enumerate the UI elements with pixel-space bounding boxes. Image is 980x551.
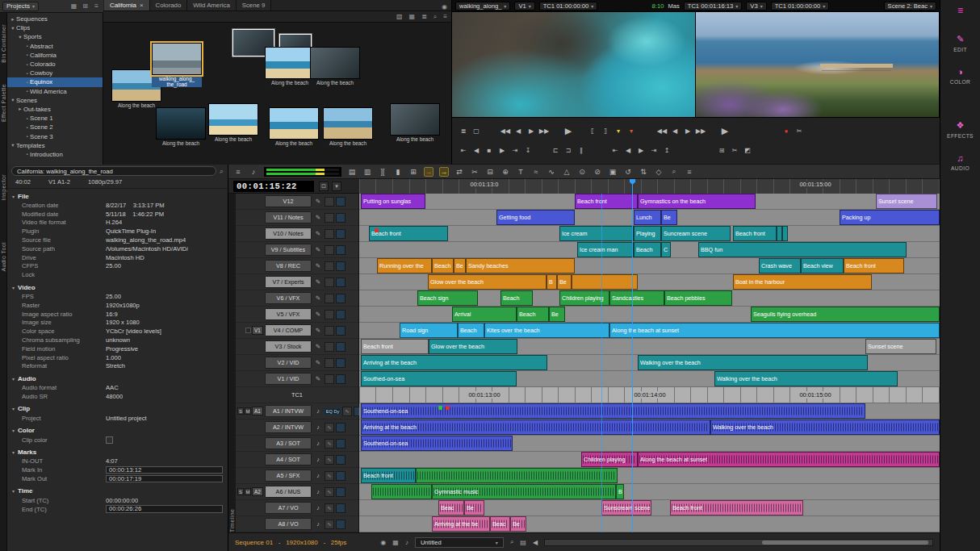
track-option-toggle[interactable] xyxy=(325,213,334,223)
monitor-toggle[interactable] xyxy=(336,245,346,255)
mute-button[interactable]: M xyxy=(245,407,251,415)
timeline-clip[interactable] xyxy=(416,468,618,483)
track-button-v1[interactable]: V1 / VID xyxy=(265,373,312,385)
track-button-v11[interactable]: V11 / Notes xyxy=(265,211,312,223)
section-header-file[interactable]: ▾File xyxy=(12,191,223,201)
tree-item-scene-3[interactable]: ▪Scene 3 xyxy=(7,131,103,140)
pencil-icon[interactable]: ✎ xyxy=(313,327,323,334)
section-header-audio[interactable]: ▾Audio xyxy=(12,374,223,383)
disclosure-closed-icon[interactable]: ▸ xyxy=(17,106,23,112)
bin-tab-wild-america[interactable]: Wild America xyxy=(187,0,237,10)
timeline-clip-gymnastic-music[interactable]: Gymnastic music xyxy=(432,484,616,499)
solo-button[interactable]: S xyxy=(237,407,244,415)
timeline-clip-walking-over-the-beach[interactable]: Walking over the beach xyxy=(714,371,898,386)
pencil-icon[interactable]: ✎ xyxy=(313,294,323,302)
timeline-clip-beach[interactable]: Beach xyxy=(517,307,549,322)
clip-thumbnail[interactable]: Along the beach xyxy=(323,107,373,146)
add-marker-red-button[interactable]: ▾ xyxy=(625,124,638,137)
timeline-clip-beac[interactable]: Beac xyxy=(490,516,510,532)
record-track-menu[interactable]: V3▾ xyxy=(746,2,766,10)
pencil-icon[interactable]: ✎ xyxy=(313,311,323,318)
bin-tab-california[interactable]: California× xyxy=(104,0,150,10)
track-button-a1[interactable]: A1 / INTVW xyxy=(265,405,312,417)
render-icon[interactable]: ▣ xyxy=(608,168,618,176)
speaker-icon[interactable]: ♪ xyxy=(313,440,323,447)
track-option-toggle[interactable] xyxy=(325,245,334,255)
timeline-clip-c[interactable]: C xyxy=(661,242,671,257)
disclosure-closed-icon[interactable]: ▸ xyxy=(10,16,16,23)
clip-marker[interactable] xyxy=(446,406,450,410)
workspace-effects[interactable]: ❖EFFECTS xyxy=(947,120,974,139)
track-lane-a2[interactable]: Arriving at the beachWalking over the be… xyxy=(359,420,940,436)
monitor-menu-button[interactable]: ≣ xyxy=(457,124,470,137)
track-lane-a5[interactable]: Beach front xyxy=(359,468,940,484)
undo-icon[interactable]: ↺ xyxy=(623,168,633,176)
track-option-toggle[interactable] xyxy=(325,197,334,207)
monitor-toggle[interactable] xyxy=(336,439,346,449)
property-value[interactable]: 00:00:13:12 xyxy=(106,466,223,474)
speaker-icon[interactable]: ♪ xyxy=(313,488,323,495)
track-button-v4[interactable]: V4 / COMP xyxy=(265,324,312,336)
playhead[interactable] xyxy=(632,179,633,532)
track-button-v3[interactable]: V3 / Stock xyxy=(265,340,312,353)
tree-item-equinox[interactable]: ▪Equinox xyxy=(7,77,103,86)
timeline-clip-arriving-at-the-beach[interactable]: Arriving at the beach xyxy=(361,420,710,435)
section-header-time[interactable]: ▾Time xyxy=(12,486,223,496)
section-header-marks[interactable]: ▾Marks xyxy=(12,448,223,457)
track-button-v5[interactable]: V5 / VFX xyxy=(265,308,312,320)
rec-go-to-start-button[interactable]: ⇤ xyxy=(609,144,622,157)
monitor-toggle[interactable] xyxy=(336,423,346,432)
play-reverse-button[interactable]: ◀ xyxy=(470,144,483,157)
disclosure-open-icon[interactable]: ▾ xyxy=(17,34,23,40)
timeline-clip-b[interactable]: B xyxy=(547,274,557,290)
track-panel-icon[interactable]: ▤ xyxy=(347,168,357,176)
track-option-toggle[interactable] xyxy=(325,358,334,368)
tree-item-sports[interactable]: ▾Sports xyxy=(7,32,103,41)
timeline-clip-beach-front[interactable]: Beach front xyxy=(575,194,638,209)
pencil-icon[interactable]: ✎ xyxy=(313,262,323,269)
effect-palette-tab[interactable]: Effect Palette xyxy=(1,84,6,122)
source-track-menu[interactable]: V1▾ xyxy=(514,2,534,10)
speaker-icon[interactable]: ♪ xyxy=(313,456,323,463)
tab-overflow-icon[interactable]: ◉ xyxy=(442,3,447,10)
rec-play-reverse-button[interactable]: ◀ xyxy=(622,144,634,157)
track-option-toggle[interactable]: ∿ xyxy=(325,520,334,529)
track-option-toggle[interactable]: ∿ xyxy=(325,487,334,497)
track-option-toggle[interactable]: ∿ xyxy=(325,503,334,513)
tree-item-clips[interactable]: ▾Clips xyxy=(7,23,103,32)
timeline-clip-be[interactable]: Be xyxy=(464,500,484,516)
sync-lock-toggle[interactable] xyxy=(245,328,251,333)
pencil-icon[interactable]: ✎ xyxy=(313,214,323,221)
monitor-toggle[interactable] xyxy=(336,310,346,319)
grid-button[interactable]: ⊞ xyxy=(715,144,728,157)
timeline-clip-be[interactable]: Be xyxy=(510,516,526,532)
timeline-clip-beach[interactable]: Beach xyxy=(500,290,533,306)
step-forward-button[interactable]: ▶ xyxy=(525,124,538,137)
pencil-icon[interactable]: ✎ xyxy=(313,230,323,237)
track-button-a5[interactable]: A5 / SFX xyxy=(265,470,312,482)
clip-color-checkbox[interactable] xyxy=(106,436,113,444)
track-lane-v8[interactable]: Running over theBeachBeSandy beachesCras… xyxy=(359,258,940,274)
audio-meters-icon[interactable]: ♪ xyxy=(405,539,408,546)
disclosure-open-icon[interactable]: ▾ xyxy=(10,142,16,148)
source-monitor[interactable] xyxy=(452,12,696,117)
disclosure-open-icon[interactable]: ▾ xyxy=(10,25,16,31)
audio-tool-tab[interactable]: Audio Tool xyxy=(1,242,6,272)
toggle-source-record-icon[interactable]: ▤ xyxy=(520,539,526,546)
timecode-menu-icon[interactable]: ▾ xyxy=(332,182,341,191)
effect-mode-icon[interactable]: ▮ xyxy=(393,168,403,176)
pencil-icon[interactable]: ✎ xyxy=(313,246,323,253)
timeline-clip-beach-front[interactable]: Beach front xyxy=(670,500,803,516)
workspace-audio[interactable]: ♫AUDIO xyxy=(951,153,970,171)
track-option-toggle[interactable]: ∿ xyxy=(325,471,334,481)
timeline-clip[interactable] xyxy=(782,226,788,241)
tree-item-out-takes[interactable]: ▸Out-takes xyxy=(7,105,103,114)
output-toggle-button[interactable]: ▢ xyxy=(470,124,483,137)
toolbar-menu-icon[interactable]: ≡ xyxy=(685,168,694,176)
timeline-clip-beach-front[interactable]: Beach front xyxy=(369,226,448,241)
timeline-clip-kites-over-the-beach[interactable]: Kites over the beach xyxy=(484,323,609,338)
timeline-clip-beac[interactable]: Beac xyxy=(438,500,464,516)
frame-view-icon[interactable]: ▦ xyxy=(409,13,416,20)
swap-monitors-icon[interactable]: ⇅ xyxy=(639,168,648,176)
scroll-left-icon[interactable]: ◀ xyxy=(533,539,538,546)
